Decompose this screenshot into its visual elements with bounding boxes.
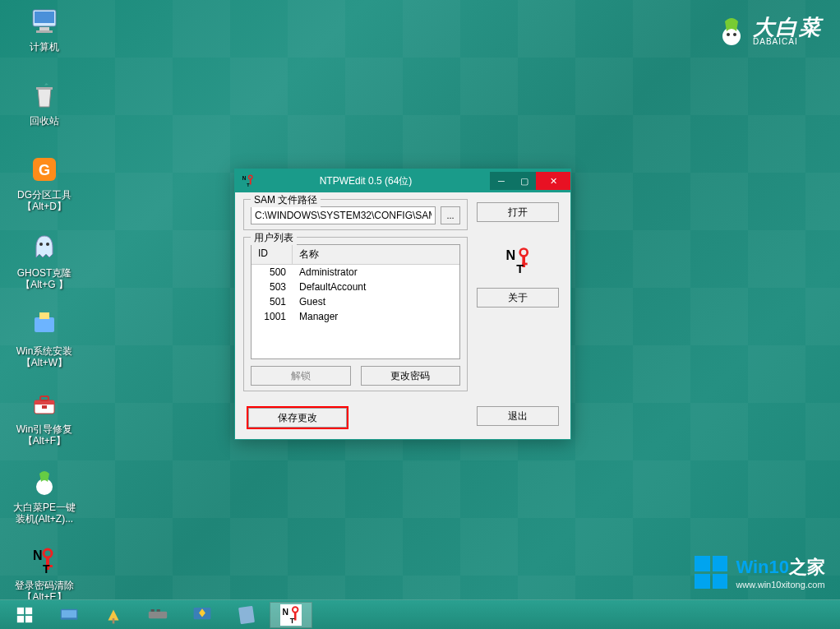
svg-text:N: N: [283, 608, 289, 617]
windows-logo-icon: [695, 556, 727, 589]
cabbage-mascot-icon: [715, 15, 748, 48]
svg-rect-26: [250, 178, 252, 184]
svg-point-7: [39, 243, 43, 246]
svg-rect-33: [17, 607, 24, 613]
brand-logo: 大白菜 DABAICAI: [715, 15, 822, 48]
exit-button[interactable]: 退出: [477, 406, 559, 426]
svg-rect-49: [294, 612, 297, 620]
taskbar-item-display[interactable]: [181, 602, 224, 628]
desktop-icon-dabaicai[interactable]: 大白菜PE一键 装机(Alt+Z)...: [12, 465, 77, 525]
nt-key-icon: NT: [27, 543, 62, 577]
svg-rect-9: [35, 317, 54, 332]
monitor-icon: [27, 4, 62, 39]
watermark-title-prefix: Win10: [736, 557, 789, 578]
desktop-icon-label: Win引导修复 【Alt+F】: [12, 423, 77, 446]
table-row[interactable]: 500 Administrator: [252, 265, 459, 280]
setup-icon: [27, 308, 62, 343]
desktop-icon-label: Win系统安装 【Alt+W】: [12, 345, 77, 368]
svg-rect-1: [35, 12, 54, 23]
col-name-header[interactable]: 名称: [293, 245, 459, 264]
desktop-icon-pwclear[interactable]: NT 登录密码清除 【Alt+E】: [12, 543, 77, 603]
watermark: Win10 之家 www.win10xitong.com: [695, 555, 825, 590]
svg-text:T: T: [516, 262, 524, 275]
cabbage-icon: [27, 465, 62, 499]
svg-rect-10: [39, 312, 49, 319]
table-row[interactable]: 503 DefaultAccount: [252, 280, 459, 294]
desktop-icon-label: 计算机: [12, 41, 77, 53]
svg-text:T: T: [290, 617, 295, 625]
svg-text:N: N: [242, 175, 247, 181]
svg-rect-39: [113, 617, 115, 623]
svg-text:T: T: [247, 183, 250, 187]
svg-point-21: [722, 27, 741, 45]
desktop-icon-winsetup[interactable]: Win系统安装 【Alt+W】: [12, 308, 77, 368]
taskbar-item-notes[interactable]: [225, 602, 268, 628]
app-icon: NT: [238, 171, 258, 191]
svg-rect-36: [25, 615, 32, 622]
user-list-header: ID 名称: [252, 245, 459, 265]
userlist-legend: 用户列表: [251, 231, 297, 245]
svg-text:N: N: [33, 548, 43, 562]
recycle-bin-icon: [27, 78, 62, 113]
svg-rect-3: [36, 30, 53, 33]
svg-rect-34: [25, 607, 32, 613]
desktop-icon-ghost[interactable]: GHOST克隆 【Alt+G 】: [12, 230, 77, 290]
about-button[interactable]: 关于: [477, 288, 559, 308]
sam-path-input[interactable]: [251, 206, 436, 224]
svg-point-22: [727, 33, 730, 36]
taskbar-item-hardware[interactable]: [136, 602, 179, 628]
svg-point-25: [248, 175, 252, 179]
user-list[interactable]: ID 名称 500 Administrator 503 DefaultAccou…: [251, 244, 460, 359]
brand-name-zh: 大白菜: [753, 16, 822, 38]
desktop-icon-label: 回收站: [12, 115, 77, 127]
svg-rect-2: [39, 27, 49, 30]
browse-button[interactable]: ...: [441, 206, 460, 224]
diskgenius-icon: G: [27, 152, 62, 187]
svg-point-17: [44, 549, 52, 557]
taskbar-item-ntpwedit[interactable]: NT: [270, 602, 312, 628]
toolbox-icon: [27, 386, 62, 421]
svg-rect-45: [238, 605, 255, 623]
svg-rect-40: [149, 611, 167, 617]
close-button[interactable]: ✕: [536, 172, 570, 190]
svg-point-8: [46, 243, 49, 246]
desktop-icon-diskgenius[interactable]: G DG分区工具 【Alt+D】: [12, 152, 77, 212]
start-button[interactable]: [3, 602, 46, 628]
svg-text:T: T: [43, 562, 50, 576]
desktop-icon-computer[interactable]: 计算机: [12, 4, 77, 53]
ntpwedit-window: NT NTPWEdit 0.5 (64位) ─ ▢ ✕ SAM 文件路径 ...…: [234, 169, 571, 440]
svg-rect-38: [62, 610, 76, 617]
table-row[interactable]: 1001 Manager: [252, 309, 459, 324]
svg-rect-41: [151, 609, 155, 612]
unlock-button: 解锁: [251, 366, 351, 386]
svg-text:N: N: [505, 247, 515, 262]
desktop-icon-recycle[interactable]: 回收站: [12, 78, 77, 127]
col-id-header[interactable]: ID: [252, 245, 293, 264]
svg-point-29: [519, 249, 527, 257]
window-title: NTPWEdit 0.5 (64位): [261, 174, 490, 188]
taskbar-item-cleanup[interactable]: [92, 602, 135, 628]
ghost-icon: [27, 230, 62, 265]
svg-point-15: [36, 479, 53, 495]
table-row[interactable]: 501 Guest: [252, 294, 459, 309]
svg-point-23: [733, 33, 736, 36]
minimize-button[interactable]: ─: [490, 172, 513, 190]
desktop-icon-label: GHOST克隆 【Alt+G 】: [12, 267, 77, 290]
desktop-icon-bootfix[interactable]: Win引导修复 【Alt+F】: [12, 386, 77, 446]
nt-logo-icon: NT: [503, 245, 533, 275]
taskbar: NT: [0, 599, 840, 629]
svg-rect-35: [17, 615, 24, 622]
save-button[interactable]: 保存更改: [248, 408, 347, 428]
watermark-url: www.win10xitong.com: [736, 580, 825, 590]
svg-rect-14: [42, 405, 47, 409]
svg-rect-42: [157, 609, 160, 612]
svg-text:G: G: [39, 162, 50, 178]
svg-rect-13: [40, 396, 48, 400]
change-password-button[interactable]: 更改密码: [361, 366, 461, 386]
titlebar[interactable]: NT NTPWEdit 0.5 (64位) ─ ▢ ✕: [235, 169, 570, 192]
open-button[interactable]: 打开: [477, 202, 559, 222]
taskbar-item-desktop[interactable]: [48, 602, 90, 628]
maximize-button[interactable]: ▢: [513, 172, 536, 190]
desktop-icon-label: DG分区工具 【Alt+D】: [12, 189, 77, 212]
svg-rect-4: [36, 87, 53, 90]
